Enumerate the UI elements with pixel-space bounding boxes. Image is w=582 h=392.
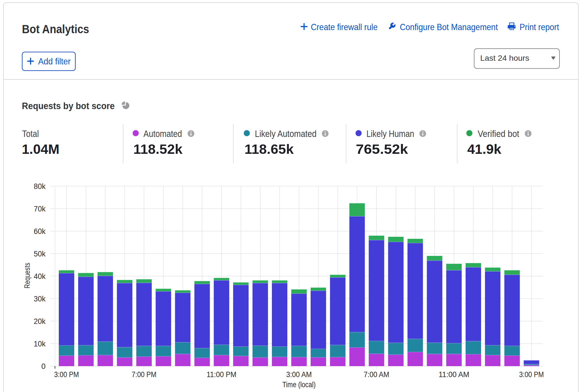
svg-text:Add filter: Add filter bbox=[38, 56, 71, 66]
svg-text:Time (local): Time (local) bbox=[282, 380, 315, 389]
svg-text:10k: 10k bbox=[34, 340, 46, 348]
svg-text:Last 24 hours: Last 24 hours bbox=[480, 53, 529, 62]
svg-text:Configure Bot Management: Configure Bot Management bbox=[400, 22, 498, 32]
svg-text:11:00 AM: 11:00 AM bbox=[439, 370, 469, 379]
svg-text:Automated: Automated bbox=[143, 129, 182, 139]
svg-text:Verified bot: Verified bot bbox=[478, 129, 519, 139]
svg-text:Requests: Requests bbox=[23, 263, 31, 289]
svg-text:7:00 PM: 7:00 PM bbox=[132, 370, 156, 379]
svg-text:0: 0 bbox=[41, 362, 46, 371]
svg-text:Total: Total bbox=[22, 129, 39, 139]
svg-text:30k: 30k bbox=[34, 295, 46, 303]
svg-text:11:00 PM: 11:00 PM bbox=[207, 370, 236, 379]
svg-text:80k: 80k bbox=[34, 182, 46, 191]
svg-text:Requests by bot score: Requests by bot score bbox=[22, 100, 115, 111]
svg-text:Likely Automated: Likely Automated bbox=[255, 129, 317, 139]
svg-text:3:00 PM: 3:00 PM bbox=[519, 370, 544, 379]
svg-text:118.52k: 118.52k bbox=[133, 142, 182, 157]
svg-text:3:00 AM: 3:00 AM bbox=[286, 370, 312, 379]
svg-text:Print report: Print report bbox=[520, 22, 559, 32]
svg-text:7:00 AM: 7:00 AM bbox=[364, 370, 389, 379]
svg-text:Create firewall rule: Create firewall rule bbox=[311, 22, 378, 32]
svg-text:118.65k: 118.65k bbox=[245, 142, 294, 157]
svg-text:Bot Analytics: Bot Analytics bbox=[22, 22, 89, 36]
svg-text:3:00 PM: 3:00 PM bbox=[54, 370, 79, 379]
svg-text:1.04M: 1.04M bbox=[22, 142, 60, 157]
svg-text:765.52k: 765.52k bbox=[356, 142, 408, 157]
svg-text:Likely Human: Likely Human bbox=[366, 129, 414, 139]
svg-text:41.9k: 41.9k bbox=[467, 142, 501, 157]
svg-text:50k: 50k bbox=[34, 250, 46, 258]
svg-text:40k: 40k bbox=[34, 272, 46, 281]
svg-text:70k: 70k bbox=[34, 205, 46, 213]
svg-text:60k: 60k bbox=[34, 227, 46, 236]
svg-text:20k: 20k bbox=[34, 317, 46, 326]
